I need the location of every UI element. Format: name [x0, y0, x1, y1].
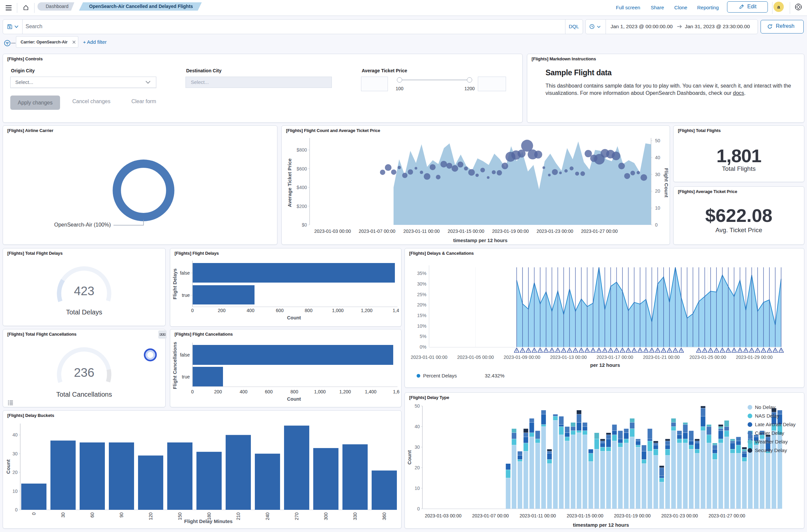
svg-text:25%: 25%	[417, 292, 426, 297]
svg-text:timestamp per 12 hours: timestamp per 12 hours	[573, 522, 629, 528]
svg-text:false: false	[180, 270, 190, 276]
svg-text:200: 200	[214, 389, 222, 394]
svg-text:35%: 35%	[417, 271, 426, 276]
svg-text:Flight Cancellations: Flight Cancellations	[172, 342, 177, 390]
svg-text:2023-01-05 00:00: 2023-01-05 00:00	[457, 355, 494, 360]
svg-text:10%: 10%	[417, 323, 426, 329]
svg-text:10: 10	[655, 205, 660, 211]
svg-text:Total Delays: Total Delays	[66, 308, 102, 316]
svg-text:0: 0	[655, 222, 658, 228]
svg-text:Late Aircraft Delay: Late Aircraft Delay	[755, 421, 796, 427]
svg-text:Total Cancellations: Total Cancellations	[56, 391, 112, 398]
svg-text:Percent Delays: Percent Delays	[423, 373, 457, 378]
svg-text:30: 30	[60, 512, 66, 518]
svg-text:236: 236	[74, 366, 95, 379]
svg-text:120: 120	[148, 512, 153, 520]
svg-text:40: 40	[12, 432, 18, 437]
svg-text:$0: $0	[302, 222, 307, 228]
svg-text:800: 800	[305, 308, 313, 313]
svg-text:20: 20	[414, 465, 420, 470]
svg-text:Count: Count	[287, 396, 301, 402]
svg-text:600: 600	[276, 308, 284, 313]
svg-text:2023-01-27 00:00: 2023-01-27 00:00	[581, 229, 618, 234]
svg-text:2023-01-01 00:00: 2023-01-01 00:00	[411, 355, 448, 360]
svg-text:Count: Count	[5, 459, 11, 474]
svg-text:2023-01-11 00:00: 2023-01-11 00:00	[520, 513, 556, 518]
svg-text:0%: 0%	[420, 344, 426, 349]
svg-text:1,000: 1,000	[314, 389, 325, 394]
svg-text:$600: $600	[297, 166, 307, 171]
svg-text:No Delay: No Delay	[755, 404, 775, 410]
svg-text:2023-01-27 00:00: 2023-01-27 00:00	[709, 513, 745, 518]
svg-text:300: 300	[323, 512, 329, 520]
svg-text:2023-01-23 00:00: 2023-01-23 00:00	[661, 513, 698, 518]
svg-text:Carrier Delay: Carrier Delay	[755, 430, 785, 436]
svg-text:10: 10	[12, 489, 18, 494]
svg-text:2023-01-13 00:00: 2023-01-13 00:00	[550, 355, 587, 360]
svg-text:20: 20	[655, 188, 660, 194]
svg-text:90: 90	[119, 512, 124, 518]
svg-text:2023-01-17 00:00: 2023-01-17 00:00	[597, 355, 634, 360]
svg-text:423: 423	[74, 284, 95, 298]
svg-text:timestamp per 12 hours: timestamp per 12 hours	[453, 238, 508, 243]
svg-text:50: 50	[414, 403, 420, 408]
svg-text:Flight Delays: Flight Delays	[172, 268, 177, 299]
svg-text:210: 210	[236, 512, 241, 520]
svg-text:360: 360	[381, 512, 387, 520]
svg-text:2023-01-03 00:00: 2023-01-03 00:00	[314, 229, 351, 234]
svg-text:330: 330	[352, 512, 358, 520]
svg-text:2023-01-07 00:00: 2023-01-07 00:00	[472, 513, 509, 518]
svg-text:30%: 30%	[417, 281, 426, 287]
svg-text:Count: Count	[287, 315, 301, 320]
svg-text:400: 400	[240, 389, 247, 394]
svg-text:270: 270	[294, 512, 299, 520]
svg-text:Average Ticket Price: Average Ticket Price	[287, 158, 292, 207]
svg-text:Weather Delay: Weather Delay	[755, 439, 788, 444]
svg-text:40: 40	[655, 155, 660, 160]
svg-text:1,4: 1,4	[393, 308, 399, 313]
svg-text:30: 30	[414, 444, 420, 450]
svg-text:30: 30	[12, 451, 18, 456]
svg-text:1,200: 1,200	[339, 389, 351, 394]
svg-text:NAS Delay: NAS Delay	[755, 413, 780, 419]
svg-text:2023-01-25 00:00: 2023-01-25 00:00	[690, 355, 726, 360]
svg-text:$400: $400	[297, 185, 307, 190]
svg-text:1,200: 1,200	[361, 308, 372, 313]
svg-text:$800: $800	[297, 147, 307, 153]
svg-text:20: 20	[12, 470, 18, 475]
svg-text:50: 50	[655, 138, 660, 143]
svg-text:Flight Count: Flight Count	[664, 168, 669, 197]
svg-text:30: 30	[655, 172, 660, 177]
svg-text:1,400: 1,400	[365, 389, 376, 394]
svg-text:32.432%: 32.432%	[485, 373, 504, 378]
svg-text:0: 0	[191, 308, 194, 313]
svg-text:2023-01-19 00:00: 2023-01-19 00:00	[492, 229, 529, 234]
svg-text:false: false	[180, 352, 190, 358]
svg-text:2023-01-03 00:00: 2023-01-03 00:00	[425, 513, 462, 518]
svg-text:400: 400	[247, 308, 255, 313]
svg-text:true: true	[182, 292, 190, 298]
svg-text:800: 800	[290, 389, 298, 394]
svg-text:0: 0	[191, 389, 194, 394]
svg-text:200: 200	[218, 308, 226, 313]
svg-text:2023-01-23 00:00: 2023-01-23 00:00	[537, 229, 574, 234]
svg-text:40: 40	[414, 424, 420, 429]
svg-text:60: 60	[90, 512, 95, 518]
svg-text:$200: $200	[297, 204, 307, 209]
svg-text:1,000: 1,000	[332, 308, 343, 313]
svg-text:240: 240	[265, 512, 270, 520]
svg-text:20%: 20%	[417, 302, 426, 307]
svg-text:2023-01-07 00:00: 2023-01-07 00:00	[359, 229, 396, 234]
svg-text:10: 10	[414, 486, 420, 491]
svg-text:Flight Delay Minutes: Flight Delay Minutes	[184, 518, 232, 524]
svg-text:2023-01-15 00:00: 2023-01-15 00:00	[448, 229, 485, 234]
svg-text:0: 0	[417, 506, 420, 511]
svg-text:OpenSearch-Air (100%): OpenSearch-Air (100%)	[54, 222, 111, 228]
svg-text:2023-01-15 00:00: 2023-01-15 00:00	[567, 513, 604, 518]
svg-text:Count: Count	[407, 450, 412, 464]
svg-text:2023-01-29 00:00: 2023-01-29 00:00	[736, 355, 773, 360]
svg-text:150: 150	[177, 512, 183, 520]
svg-text:0: 0	[15, 507, 18, 512]
svg-text:per 12 hours: per 12 hours	[590, 362, 620, 368]
svg-text:2023-01-09 00:00: 2023-01-09 00:00	[504, 355, 541, 360]
